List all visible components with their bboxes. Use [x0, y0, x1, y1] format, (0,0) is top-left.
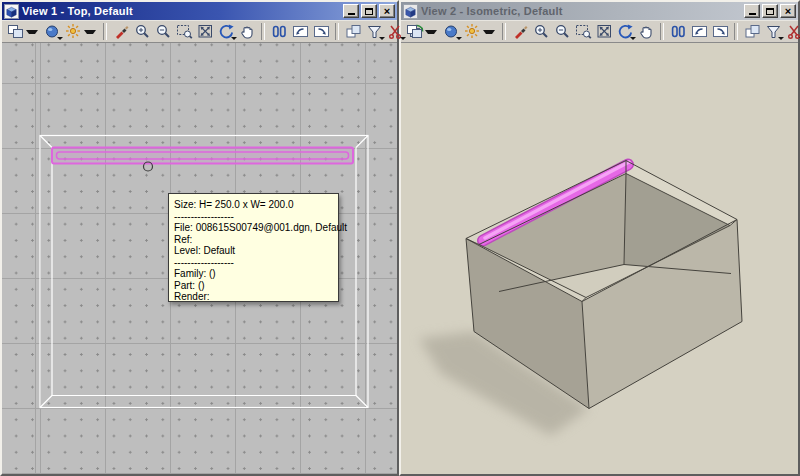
brightness-icon [464, 23, 481, 40]
maximize-icon [766, 8, 774, 15]
tooltip-separator: ------------------ [174, 211, 335, 223]
pan-view-icon [239, 23, 256, 40]
zoom-out-button[interactable] [552, 22, 572, 41]
fit-view-button[interactable] [594, 22, 614, 41]
view1-close-button[interactable]: × [379, 4, 395, 18]
tooltip-line: Part: () [174, 280, 335, 292]
element-info-tooltip: Size: H= 250.0 x W= 200.0---------------… [168, 193, 339, 302]
view-previous-icon [292, 23, 309, 40]
view2-titlebar[interactable]: View 2 - Isometric, Default × [401, 2, 798, 20]
update-view-icon [512, 23, 529, 40]
view1-canvas[interactable]: Size: H= 250.0 x W= 200.0---------------… [2, 43, 397, 474]
view2-window: View 2 - Isometric, Default × [399, 0, 800, 476]
view1-minimize-button[interactable] [343, 4, 359, 18]
clip-volume-button[interactable] [763, 22, 783, 41]
pan-view-icon [638, 23, 655, 40]
window-area-button[interactable] [573, 22, 593, 41]
view-previous-button[interactable] [689, 22, 709, 41]
view1-titlebar[interactable]: View 1 - Top, Default × [2, 2, 397, 20]
view-attributes-button[interactable] [5, 22, 25, 41]
zoom-out-button[interactable] [153, 22, 173, 41]
render-mode-button[interactable] [42, 22, 62, 41]
zoom-in-button[interactable] [132, 22, 152, 41]
blue-cube-view-icon [4, 4, 19, 19]
minimize-icon [749, 13, 756, 15]
toolbar-separator [734, 23, 738, 40]
render-mode-button[interactable] [441, 22, 461, 41]
close-icon: × [384, 5, 390, 17]
view-next-icon [313, 23, 330, 40]
fit-view-button[interactable] [195, 22, 215, 41]
zoom-in-icon [134, 23, 151, 40]
view2-toolbar [401, 20, 798, 43]
walk-button[interactable] [668, 22, 688, 41]
view2-close-button[interactable]: × [780, 4, 796, 18]
view-attributes-icon [406, 23, 423, 40]
clip-mask-icon [786, 23, 800, 40]
window-area-button[interactable] [174, 22, 194, 41]
view2-minimize-button[interactable] [744, 4, 760, 18]
clip-mask-button[interactable] [784, 22, 800, 41]
update-view-icon [113, 23, 130, 40]
brightness-dropdown-arrow[interactable] [483, 30, 495, 37]
view-next-icon [712, 23, 729, 40]
tooltip-line: Level: Default [174, 245, 335, 257]
brightness-dropdown-arrow[interactable] [84, 30, 96, 37]
toolbar-separator [335, 23, 339, 40]
walk-button[interactable] [269, 22, 289, 41]
copy-view-icon [744, 23, 761, 40]
zoom-in-button[interactable] [531, 22, 551, 41]
view1-toolbar [2, 20, 397, 43]
tooltip-separator: ------------------ [174, 257, 335, 269]
blue-cube-view-icon [403, 4, 418, 19]
view-previous-button[interactable] [290, 22, 310, 41]
window-area-icon [575, 23, 592, 40]
view2-maximize-button[interactable] [762, 4, 778, 18]
zoom-out-icon [554, 23, 571, 40]
walk-icon [670, 23, 687, 40]
walk-icon [271, 23, 288, 40]
view-next-button[interactable] [710, 22, 730, 41]
view2-canvas[interactable] [401, 43, 798, 474]
toolbar-separator [502, 23, 506, 40]
copy-view-icon [345, 23, 362, 40]
view2-title: View 2 - Isometric, Default [421, 5, 563, 17]
tooltip-line: Size: H= 250.0 x W= 200.0 [174, 199, 335, 211]
zoom-in-icon [533, 23, 550, 40]
minimize-icon [348, 13, 355, 15]
tooltip-line: Ref: [174, 234, 335, 246]
selected-wall-top-view[interactable] [52, 148, 353, 164]
isometric-view-drawing [401, 43, 798, 474]
brightness-icon [65, 23, 82, 40]
close-icon: × [785, 5, 791, 17]
brightness-button[interactable] [63, 22, 83, 41]
rotate-view-button[interactable] [615, 22, 635, 41]
view-previous-icon [691, 23, 708, 40]
clip-mask-button[interactable] [385, 22, 405, 41]
brightness-button[interactable] [462, 22, 482, 41]
view-next-button[interactable] [311, 22, 331, 41]
fit-view-icon [197, 23, 214, 40]
toolbar-separator [103, 23, 107, 40]
update-view-button[interactable] [510, 22, 530, 41]
zoom-out-icon [155, 23, 172, 40]
view-attributes-dropdown-arrow[interactable] [26, 30, 38, 37]
view-attributes-button[interactable] [404, 22, 424, 41]
update-view-button[interactable] [111, 22, 131, 41]
pan-view-button[interactable] [636, 22, 656, 41]
view1-title: View 1 - Top, Default [22, 5, 133, 17]
view1-maximize-button[interactable] [361, 4, 377, 18]
copy-view-button[interactable] [343, 22, 363, 41]
view1-window: View 1 - Top, Default × Size: H= 250.0 x… [0, 0, 399, 476]
rotate-view-button[interactable] [216, 22, 236, 41]
fit-view-icon [596, 23, 613, 40]
window-area-icon [176, 23, 193, 40]
tooltip-line: File: 008615S00749@001.dgn, Default [174, 222, 335, 234]
toolbar-separator [660, 23, 664, 40]
pan-view-button[interactable] [237, 22, 257, 41]
view-attributes-icon [7, 23, 24, 40]
copy-view-button[interactable] [742, 22, 762, 41]
tooltip-line: Family: () [174, 268, 335, 280]
view-attributes-dropdown-arrow[interactable] [425, 30, 437, 37]
clip-volume-button[interactable] [364, 22, 384, 41]
